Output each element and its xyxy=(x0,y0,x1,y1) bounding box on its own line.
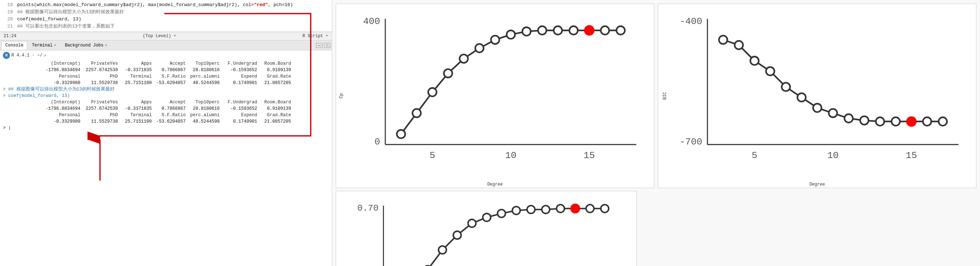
tab-terminal-close[interactable]: × xyxy=(54,43,56,48)
empty-chart-space xyxy=(637,191,977,266)
svg-point-9 xyxy=(397,130,405,138)
svg-point-45 xyxy=(939,117,947,125)
prompt-line-2: > coef(model_forward, 13) xyxy=(3,93,329,99)
code-line-20: 20 coef(model_forward, 13) xyxy=(0,16,332,23)
right-panel: Cp 0 400 5 10 15 xyxy=(332,0,980,266)
svg-point-17 xyxy=(522,27,531,35)
status-bar: 21:24 (Top Level) ÷ R Script ÷ xyxy=(0,32,332,40)
svg-point-40 xyxy=(860,116,868,124)
table1-row2-vals: -0.3329980 11.5529738 25.7151100 -53.620… xyxy=(3,80,329,86)
svg-point-39 xyxy=(845,114,853,122)
svg-point-65 xyxy=(570,204,581,213)
svg-text:5: 5 xyxy=(752,150,757,161)
svg-point-15 xyxy=(491,36,499,44)
r-version-header: R R 4.4.1 · ~/ ↗ xyxy=(3,52,329,59)
svg-text:10: 10 xyxy=(827,150,838,161)
cursor-position: 21:24 xyxy=(3,34,16,38)
svg-point-34 xyxy=(766,67,774,75)
svg-point-31 xyxy=(719,36,727,44)
svg-text:-400: -400 xyxy=(679,16,702,27)
svg-point-64 xyxy=(557,205,564,212)
prompt-line-1: > ## 根据图像可以得出模型大小为13的时候效果最好 xyxy=(3,86,329,93)
svg-point-66 xyxy=(586,205,594,212)
scope-indicator: (Top Level) ÷ xyxy=(143,34,177,38)
svg-point-41 xyxy=(876,117,884,125)
svg-text:5: 5 xyxy=(430,150,435,161)
svg-text:10: 10 xyxy=(505,150,516,161)
code-editor: 18 points(which.max(model_forward_summar… xyxy=(0,0,332,32)
svg-point-60 xyxy=(498,210,505,217)
tab-background-jobs[interactable]: Background Jobs × xyxy=(61,41,111,50)
table1-row1: -1796.8834694 2257.6742539 -0.3371835 0.… xyxy=(3,67,329,73)
table2-row1: -1796.8834694 2257.6742539 -0.3371835 0.… xyxy=(3,106,329,112)
table1-headers: (Intercept) PrivateYes Apps Accept Top10… xyxy=(3,61,329,67)
cp-chart: Cp 0 400 5 10 15 xyxy=(336,3,654,188)
svg-point-63 xyxy=(542,205,550,213)
svg-point-44 xyxy=(923,117,931,125)
svg-point-12 xyxy=(444,69,452,77)
bic-chart: BIC -700 -400 5 10 15 xyxy=(658,3,977,188)
adjr2-chart: AdjR2 0.45 0.70 5 10 15 xyxy=(336,191,637,266)
file-type: R Script ÷ xyxy=(302,34,328,38)
table2-headers: (Intercept) PrivateYes Apps Accept Top10… xyxy=(3,99,329,106)
svg-point-19 xyxy=(554,26,562,34)
code-line-18: 18 points(which.max(model_forward_summar… xyxy=(0,2,332,9)
cp-chart-svg: 0 400 5 10 15 xyxy=(354,8,647,177)
svg-point-11 xyxy=(428,88,436,96)
svg-point-59 xyxy=(483,213,491,221)
home-link-icon[interactable]: ↗ xyxy=(44,52,46,59)
tab-terminal[interactable]: Terminal × xyxy=(28,41,60,50)
svg-text:15: 15 xyxy=(906,150,917,161)
bic-chart-svg: -700 -400 5 10 15 xyxy=(676,8,969,177)
svg-text:15: 15 xyxy=(584,150,595,161)
code-line-21: 21 ## 可以看出包含如列表的13个变量，系数如下 xyxy=(0,23,332,30)
bic-ylabel: BIC xyxy=(662,92,668,100)
adjr2-chart-svg: 0.45 0.70 5 10 15 xyxy=(354,195,629,266)
adjr2-chart-row: AdjR2 0.45 0.70 5 10 15 xyxy=(336,191,977,266)
svg-point-57 xyxy=(453,231,461,239)
svg-point-56 xyxy=(439,246,446,254)
console-cursor: > | xyxy=(3,125,329,131)
svg-point-42 xyxy=(891,117,900,125)
svg-point-14 xyxy=(476,44,484,52)
r-icon: R xyxy=(3,52,10,59)
svg-point-58 xyxy=(468,219,476,227)
svg-point-16 xyxy=(507,30,515,38)
svg-point-33 xyxy=(750,56,759,65)
charts-top-row: Cp 0 400 5 10 15 xyxy=(336,3,977,188)
svg-point-22 xyxy=(601,26,609,34)
svg-text:0: 0 xyxy=(374,136,380,147)
svg-point-67 xyxy=(601,205,609,212)
cp-ylabel: Cp xyxy=(339,93,344,98)
tab-background-jobs-close[interactable]: × xyxy=(105,43,108,48)
svg-point-13 xyxy=(460,54,468,62)
svg-point-10 xyxy=(412,109,421,117)
cp-xlabel: Degree xyxy=(487,182,503,187)
svg-point-32 xyxy=(735,41,743,49)
svg-point-23 xyxy=(616,26,625,34)
svg-point-20 xyxy=(569,26,578,34)
svg-point-61 xyxy=(512,206,520,214)
code-line-19: 19 ## 根据图像可以得出模型大小为13的时候效果最好 xyxy=(0,9,332,16)
tab-controls: — □ xyxy=(316,43,330,48)
maximize-button[interactable]: □ xyxy=(324,43,330,48)
svg-point-37 xyxy=(813,104,821,112)
svg-text:400: 400 xyxy=(363,16,380,27)
tab-console[interactable]: Console xyxy=(2,41,27,50)
svg-text:0.70: 0.70 xyxy=(357,203,378,213)
svg-point-43 xyxy=(906,116,916,127)
minimize-button[interactable]: — xyxy=(316,43,323,48)
bic-xlabel: Degree xyxy=(809,182,825,187)
table1-row2-labels: Personal PhD Terminal S.F.Ratio perc.alu… xyxy=(3,73,329,80)
svg-point-38 xyxy=(829,109,837,117)
svg-point-21 xyxy=(584,25,594,35)
svg-text:-700: -700 xyxy=(679,136,702,147)
table2-row2-labels: Personal PhD Terminal S.F.Ratio perc.alu… xyxy=(3,112,329,119)
r-version: R 4.4.1 · ~/ xyxy=(11,52,42,59)
svg-point-36 xyxy=(797,93,806,101)
svg-point-18 xyxy=(538,26,546,34)
left-panel: 18 points(which.max(model_forward_summar… xyxy=(0,0,332,266)
svg-point-35 xyxy=(782,83,790,91)
console-area[interactable]: R R 4.4.1 · ~/ ↗ (Intercept) PrivateYes … xyxy=(0,50,332,266)
svg-point-62 xyxy=(527,205,535,213)
